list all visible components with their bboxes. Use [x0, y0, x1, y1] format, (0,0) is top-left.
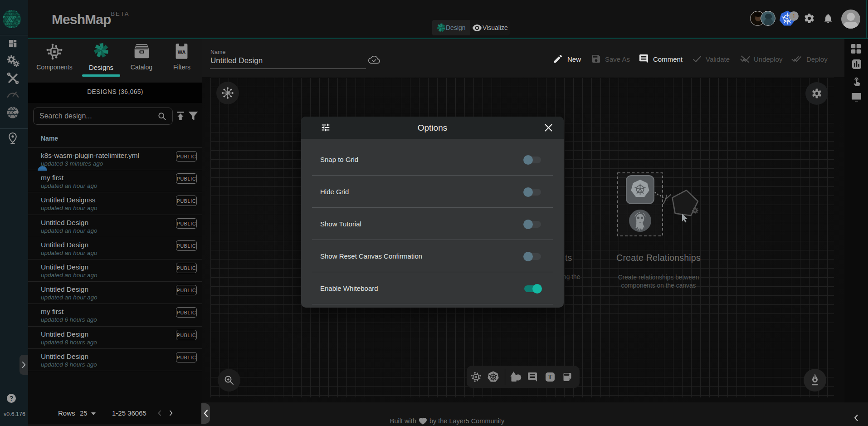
svg-text:WA: WA [178, 49, 186, 55]
svg-text:T: T [548, 374, 552, 381]
